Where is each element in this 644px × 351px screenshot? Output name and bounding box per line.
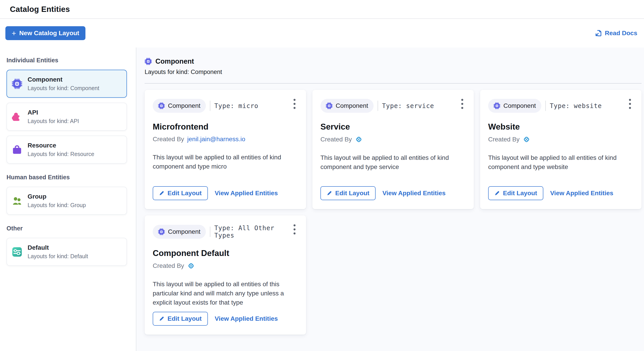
edit-layout-label: Edit Layout [168,315,202,322]
edit-layout-label: Edit Layout [503,190,537,197]
layout-card-microfrontend: Component Type: micro Microfrontend Crea… [145,90,306,209]
card-menu-kebab-icon[interactable] [290,97,299,110]
layout-card-service: Component Type: service Service Created … [312,90,474,209]
plus-icon: + [12,30,16,36]
type-text: Type: micro [214,102,258,110]
type-text: Type: All Other Types [214,224,298,239]
view-applied-entities-link[interactable]: View Applied Entities [382,190,446,197]
sidebar-item-default[interactable]: Default Layouts for kind: Default [6,238,127,266]
edit-layout-button[interactable]: Edit Layout [153,312,208,326]
sidebar-item-resource[interactable]: Resource Layouts for kind: Resource [6,136,127,164]
edit-layout-button[interactable]: Edit Layout [153,186,208,200]
sidebar-item-subtitle: Layouts for kind: API [28,118,79,124]
card-menu-kebab-icon[interactable] [625,97,635,110]
main-panel: Component Layouts for kind: Component [136,47,644,351]
content: Individual Entities Component Layouts fo… [0,47,644,351]
page-header: Catalog Entities [0,0,644,19]
main-subheading: Layouts for kind: Component [145,69,640,75]
pencil-icon [159,191,164,196]
kind-badge: Component [153,225,206,239]
new-catalog-layout-button[interactable]: + New Catalog Layout [6,26,86,40]
api-puzzle-icon [12,112,22,122]
created-by-label: Created By [488,136,520,143]
component-chip-icon [158,228,165,235]
sidebar: Individual Entities Component Layouts fo… [0,47,136,351]
sidebar-item-title: Group [28,193,86,200]
kind-badge-label: Component [504,102,536,109]
type-text: Type: service [382,102,434,110]
sidebar-item-subtitle: Layouts for kind: Resource [28,151,94,157]
main-heading-text: Component [156,57,194,65]
component-chip-icon [12,79,22,89]
view-applied-entities-link[interactable]: View Applied Entities [550,190,613,197]
sidebar-item-component[interactable]: Component Layouts for kind: Component [6,70,127,98]
new-catalog-layout-label: New Catalog Layout [19,29,80,37]
card-menu-kebab-icon[interactable] [457,97,467,110]
page-title: Catalog Entities [10,5,70,14]
edit-layout-button[interactable]: Edit Layout [320,186,376,200]
harness-logo-icon [355,136,362,143]
card-description: This layout will be applied to all entit… [153,153,298,171]
pencil-icon [159,316,164,322]
created-by-label: Created By [320,136,352,143]
card-description: This layout will be applied to all entit… [320,153,466,171]
pencil-icon [327,191,332,196]
component-chip-icon [326,102,332,109]
component-chip-icon [158,102,165,109]
card-description: This layout will be applied to all entit… [153,280,298,307]
component-chip-icon [494,102,500,109]
divider [210,101,210,111]
kind-badge: Component [488,99,541,113]
sidebar-item-api[interactable]: API Layouts for kind: API [6,103,127,131]
kind-badge-label: Component [168,228,200,235]
sidebar-item-group[interactable]: Group Layouts for kind: Group [6,187,127,215]
edit-layout-label: Edit Layout [335,190,369,197]
divider [545,101,546,111]
divider [210,227,210,237]
kind-badge-label: Component [168,102,200,109]
default-settings-icon [12,247,22,257]
layout-card-website: Component Type: website Website Created … [480,90,642,209]
harness-logo-icon [187,262,195,270]
sidebar-item-subtitle: Layouts for kind: Group [28,202,86,208]
sidebar-item-title: Component [28,76,99,83]
view-applied-entities-link[interactable]: View Applied Entities [214,315,278,322]
card-menu-kebab-icon[interactable] [290,223,299,236]
sidebar-item-subtitle: Layouts for kind: Default [28,253,88,260]
catalog-entities-page: Catalog Entities + New Catalog Layout Re… [0,0,644,351]
section-label-individual-entities: Individual Entities [6,57,136,64]
card-title: Service [320,122,466,132]
sidebar-item-subtitle: Layouts for kind: Component [28,85,99,91]
component-chip-icon [145,58,152,65]
sidebar-item-title: API [28,109,79,116]
card-title: Component Default [153,249,298,258]
sidebar-item-title: Resource [28,142,94,149]
kind-badge-label: Component [336,102,368,109]
pencil-icon [494,191,500,196]
divider [378,101,378,111]
card-description: This layout will be applied to all entit… [488,153,634,171]
toolbar: + New Catalog Layout Read Docs [0,19,644,47]
card-title: Microfrontend [153,122,298,132]
heading-divider [145,83,642,84]
main-heading: Component [145,57,640,65]
created-by-label: Created By [153,262,184,269]
sidebar-item-title: Default [28,244,88,251]
section-label-human-based-entities: Human based Entities [6,174,136,181]
created-by-label: Created By [153,136,184,143]
layout-card-component-default: Component Type: All Other Types Componen… [145,215,306,335]
group-people-icon [12,196,22,206]
edit-layout-label: Edit Layout [168,190,202,197]
card-title: Website [488,122,634,132]
kind-badge: Component [320,99,374,113]
type-text: Type: website [550,102,602,110]
kind-badge: Component [153,99,206,113]
created-by-email-link[interactable]: jenil.jain@harness.io [187,136,245,143]
view-applied-entities-link[interactable]: View Applied Entities [214,190,278,197]
resource-briefcase-icon [12,145,22,155]
read-docs-label: Read Docs [605,29,637,37]
edit-layout-button[interactable]: Edit Layout [488,186,543,200]
layout-cards-grid: Component Type: micro Microfrontend Crea… [145,90,640,335]
read-docs-link[interactable]: Read Docs [595,29,637,37]
harness-logo-icon [523,136,530,143]
